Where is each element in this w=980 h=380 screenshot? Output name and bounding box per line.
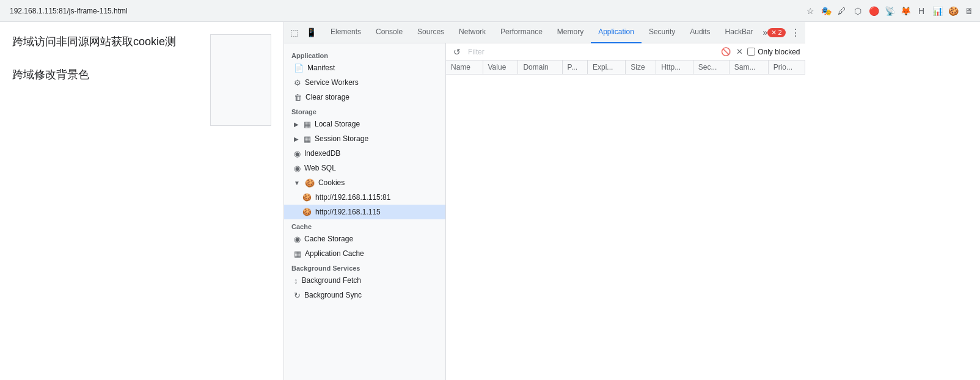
devtools-body: Application 📄 Manifest ⚙ Service Workers… — [284, 43, 805, 380]
background-fetch-label: Background Fetch — [302, 276, 361, 285]
main-content-area: ↺ 🚫 ✕ Only blocked Name — [446, 43, 805, 380]
only-blocked-label[interactable]: Only blocked — [747, 48, 800, 56]
url-bar[interactable]: 192.168.1.115:81/js-iframe-115.html — [5, 7, 804, 15]
section-storage-label: Storage — [284, 104, 445, 117]
tab-network[interactable]: Network — [452, 22, 493, 43]
sidebar-item-cookies-115[interactable]: 🍪 http://192.168.1.115 — [284, 205, 445, 219]
refresh-button[interactable]: ↺ — [451, 46, 463, 58]
tab-performance[interactable]: Performance — [493, 22, 550, 43]
extension-icon3[interactable]: ⬡ — [852, 5, 864, 17]
sidebar-item-background-sync[interactable]: ↻ Background Sync — [284, 288, 445, 302]
only-blocked-checkbox[interactable] — [747, 48, 755, 56]
devtools-panel: ⬚ 📱 Elements Console Sources Network Per… — [284, 22, 805, 380]
background-sync-icon: ↻ — [294, 291, 301, 300]
extension-icon6[interactable]: 🦊 — [899, 5, 912, 17]
extension-icon8[interactable]: 📊 — [931, 5, 943, 17]
application-cache-icon: ▦ — [294, 249, 301, 258]
clear-storage-icon: 🗑 — [294, 93, 302, 102]
device-icon[interactable]: 📱 — [304, 25, 318, 40]
cache-storage-icon: ◉ — [294, 235, 301, 244]
application-cache-label: Application Cache — [305, 249, 364, 258]
tab-hackbar[interactable]: HackBar — [718, 22, 761, 43]
extension-icon9[interactable]: 🍪 — [947, 5, 959, 17]
star-icon[interactable]: ☆ — [804, 5, 816, 17]
service-workers-label: Service Workers — [305, 78, 359, 87]
col-domain[interactable]: Domain — [518, 60, 562, 75]
indexeddb-icon: ◉ — [294, 149, 301, 158]
only-blocked-text: Only blocked — [758, 48, 800, 56]
sidebar-item-cookies[interactable]: ▼ 🍪 Cookies — [284, 175, 445, 190]
tab-security[interactable]: Security — [642, 22, 682, 43]
session-storage-label: Session Storage — [315, 134, 368, 143]
error-count: 2 — [778, 29, 781, 36]
tab-console[interactable]: Console — [368, 22, 410, 43]
col-name[interactable]: Name — [446, 60, 483, 75]
col-samesite[interactable]: Sam... — [729, 60, 768, 75]
local-storage-toggle[interactable]: ▶ — [294, 121, 299, 128]
page-content: 跨域访问非同源网站获取cookie测 跨域修改背景色 — [0, 22, 284, 380]
col-path[interactable]: P... — [562, 60, 587, 75]
web-sql-icon: ◉ — [294, 164, 301, 173]
sidebar-item-background-fetch[interactable]: ↕ Background Fetch — [284, 273, 445, 288]
error-badge[interactable]: ✕ 2 — [767, 28, 785, 37]
browser-top-bar: 192.168.1.115:81/js-iframe-115.html ☆ 🎭 … — [0, 0, 980, 22]
table-header-row: Name Value Domain P... Expi... Size Http… — [446, 60, 805, 75]
section-application-label: Application — [284, 48, 445, 60]
clear-filter-icon[interactable]: 🚫 — [720, 46, 731, 57]
section-background-label: Background Services — [284, 261, 445, 273]
cookie-115-81-label: http://192.168.1.115:81 — [315, 193, 390, 202]
session-storage-toggle[interactable]: ▶ — [294, 136, 299, 142]
cookies-label: Cookies — [318, 178, 345, 187]
tab-application[interactable]: Application — [591, 22, 642, 43]
cookie-115-icon: 🍪 — [302, 208, 312, 216]
extension-icon4[interactable]: 🔴 — [868, 5, 880, 17]
web-sql-label: Web SQL — [304, 164, 336, 172]
sidebar-item-web-sql[interactable]: ◉ Web SQL — [284, 161, 445, 175]
extension-icon10[interactable]: 🖥 — [963, 5, 975, 17]
col-secure[interactable]: Sec... — [693, 60, 729, 75]
iframe-placeholder — [210, 34, 271, 126]
sidebar-item-indexeddb[interactable]: ◉ IndexedDB — [284, 146, 445, 161]
col-httponly[interactable]: Http... — [656, 60, 693, 75]
devtools-tab-icons: ⬚ 📱 — [287, 25, 318, 40]
sidebar-item-application-cache[interactable]: ▦ Application Cache — [284, 246, 445, 261]
filter-input[interactable] — [466, 45, 718, 59]
sidebar-item-local-storage[interactable]: ▶ ▦ Local Storage — [284, 117, 445, 131]
col-size[interactable]: Size — [626, 60, 656, 75]
cache-storage-label: Cache Storage — [304, 235, 353, 243]
devtools-tabbar: ⬚ 📱 Elements Console Sources Network Per… — [284, 22, 805, 43]
sidebar-item-clear-storage[interactable]: 🗑 Clear storage — [284, 90, 445, 104]
manifest-icon: 📄 — [294, 64, 304, 73]
extension-icon7[interactable]: H — [915, 5, 927, 17]
tab-audits[interactable]: Audits — [682, 22, 717, 43]
tab-sources[interactable]: Sources — [410, 22, 452, 43]
tab-badges: ✕ 2 ⋮ — [767, 25, 802, 40]
sidebar-item-manifest[interactable]: 📄 Manifest — [284, 60, 445, 75]
sidebar-item-service-workers[interactable]: ⚙ Service Workers — [284, 75, 445, 90]
sidebar-item-cookies-115-81[interactable]: 🍪 http://192.168.1.115:81 — [284, 190, 445, 205]
tab-elements[interactable]: Elements — [323, 22, 368, 43]
extension-icon2[interactable]: 🖊 — [836, 5, 848, 17]
sidebar-item-cache-storage[interactable]: ◉ Cache Storage — [284, 232, 445, 246]
col-value[interactable]: Value — [483, 60, 518, 75]
close-filter-button[interactable]: ✕ — [734, 46, 745, 57]
main-wrapper: 跨域访问非同源网站获取cookie测 跨域修改背景色 ⬚ 📱 Elements … — [0, 22, 980, 380]
cookies-toggle[interactable]: ▼ — [294, 180, 300, 186]
cookie-115-label: http://192.168.1.115 — [315, 208, 381, 216]
cookie-table-container: Name Value Domain P... Expi... Size Http… — [446, 60, 805, 380]
devtools-menu-button[interactable]: ⋮ — [788, 25, 803, 40]
col-priority[interactable]: Prio... — [768, 60, 805, 75]
cookie-115-81-icon: 🍪 — [302, 193, 312, 202]
error-icon: ✕ — [771, 29, 777, 37]
local-storage-label: Local Storage — [315, 120, 360, 128]
extension-icon5[interactable]: 📡 — [883, 5, 896, 17]
inspect-icon[interactable]: ⬚ — [287, 25, 301, 40]
tab-memory[interactable]: Memory — [550, 22, 591, 43]
background-fetch-icon: ↕ — [294, 276, 298, 285]
cookie-toolbar: ↺ 🚫 ✕ Only blocked — [446, 43, 805, 60]
extension-icon1[interactable]: 🎭 — [820, 5, 832, 17]
more-tabs-button[interactable]: » — [763, 27, 768, 37]
devtools-sidebar: Application 📄 Manifest ⚙ Service Workers… — [284, 43, 446, 380]
sidebar-item-session-storage[interactable]: ▶ ▦ Session Storage — [284, 131, 445, 146]
col-expires[interactable]: Expi... — [587, 60, 625, 75]
